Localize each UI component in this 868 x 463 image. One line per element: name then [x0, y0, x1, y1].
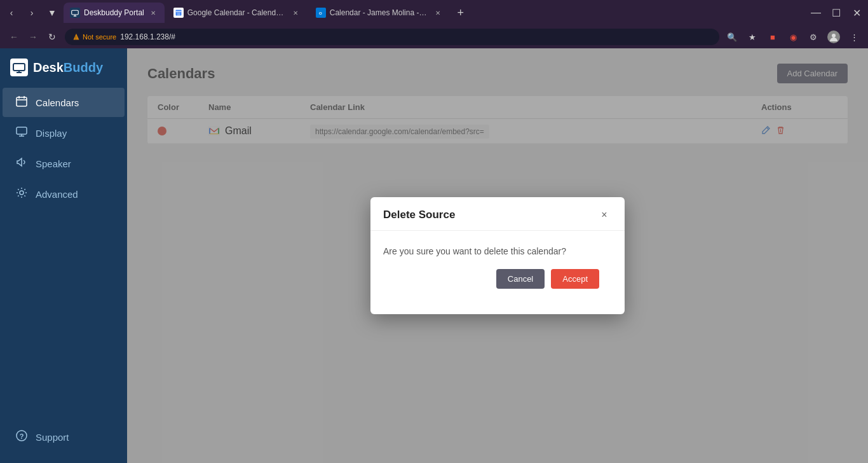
svg-text:!: !: [75, 36, 76, 40]
sidebar-nav: Calendars Display Speaker Advanced: [0, 81, 127, 413]
svg-rect-0: [72, 10, 79, 15]
logo-desk: Desk: [33, 60, 64, 74]
modal-message: Are you sure you want to delete this cal…: [383, 246, 612, 256]
url-text: 192.168.1.238/#: [120, 32, 712, 41]
svg-rect-11: [13, 64, 25, 71]
reload-button[interactable]: ↻: [43, 28, 61, 46]
modal-header: Delete Source ×: [370, 197, 625, 231]
not-secure-indicator: ! Not secure: [72, 33, 116, 41]
calendars-icon: [15, 95, 28, 109]
page-back-button[interactable]: ‹: [3, 4, 20, 22]
cancel-button[interactable]: Cancel: [496, 269, 545, 289]
svg-rect-4: [175, 11, 181, 12]
modal-title: Delete Source: [383, 209, 455, 221]
svg-text:31: 31: [177, 13, 180, 16]
sidebar-item-advanced[interactable]: Advanced: [3, 179, 125, 209]
page-forward-button[interactable]: ›: [23, 4, 41, 22]
tab-google-calendar-close[interactable]: ✕: [290, 8, 301, 18]
extensions-puzzle-button[interactable]: ⚙: [804, 28, 822, 46]
address-input-wrap[interactable]: ! Not secure 192.168.1.238/#: [65, 29, 719, 45]
logo-icon: [10, 59, 28, 76]
tab-google-calendar-icon: 31: [173, 8, 184, 18]
logo-text: DeskBuddy: [33, 60, 103, 75]
sidebar-item-display[interactable]: Display: [3, 118, 125, 148]
tab-google-calendar[interactable]: 31 Google Calendar - Calendar se... ✕: [167, 3, 307, 23]
extensions-button[interactable]: ■: [764, 28, 782, 46]
nav-controls: ← → ↻: [5, 28, 61, 46]
svg-rect-14: [17, 97, 27, 106]
tab-deskbuddy[interactable]: Deskbuddy Portal ✕: [64, 3, 165, 23]
tab-deskbuddy-close[interactable]: ✕: [148, 8, 158, 18]
svg-text:O: O: [319, 11, 322, 15]
new-tab-button[interactable]: +: [452, 4, 470, 22]
modal-footer: Cancel Accept: [383, 269, 612, 301]
svg-text:?: ?: [20, 432, 24, 440]
svg-point-21: [20, 191, 24, 195]
main-content: Calendars Add Calendar Color Name Calend…: [127, 48, 868, 463]
recent-tabs-button[interactable]: ▼: [43, 4, 61, 22]
bookmark-button[interactable]: ★: [743, 28, 761, 46]
menu-button[interactable]: ⋮: [845, 28, 863, 46]
profile-button[interactable]: [825, 28, 843, 46]
tab-outlook-title: Calendar - James Molina - Outl...: [330, 8, 429, 17]
modal-body: Are you sure you want to delete this cal…: [370, 231, 625, 314]
browser-chrome: ‹ › ▼ Deskbuddy Portal ✕ 31 Google Calen…: [0, 0, 868, 48]
advanced-icon: [15, 187, 28, 201]
sidebar-item-display-label: Display: [36, 128, 67, 139]
sidebar-item-calendars-label: Calendars: [36, 97, 79, 108]
tab-outlook-icon: O: [316, 8, 326, 18]
tab-deskbuddy-title: Deskbuddy Portal: [84, 8, 144, 17]
tab-bar-left: ‹ › ▼ Deskbuddy Portal ✕ 31 Google Calen…: [3, 3, 470, 23]
sidebar-item-speaker-label: Speaker: [36, 158, 71, 169]
maximize-button[interactable]: ☐: [827, 4, 845, 22]
sidebar-item-speaker[interactable]: Speaker: [3, 149, 125, 178]
svg-point-10: [832, 34, 836, 38]
tab-outlook-calendar[interactable]: O Calendar - James Molina - Outl... ✕: [309, 3, 449, 23]
tab-bar: ‹ › ▼ Deskbuddy Portal ✕ 31 Google Calen…: [0, 0, 868, 25]
logo-buddy: Buddy: [64, 60, 103, 74]
tab-google-calendar-title: Google Calendar - Calendar se...: [187, 8, 287, 17]
adblock-button[interactable]: ◉: [784, 28, 802, 46]
sidebar-item-advanced-label: Advanced: [36, 189, 78, 200]
sidebar: DeskBuddy Calendars Display Speake: [0, 48, 127, 463]
browser-actions: 🔍 ★ ■ ◉ ⚙ ⋮: [723, 28, 863, 46]
modal-overlay: Delete Source × Are you sure you want to…: [127, 48, 868, 463]
tab-outlook-close[interactable]: ✕: [433, 8, 443, 18]
display-icon: [15, 126, 28, 140]
minimize-button[interactable]: —: [807, 4, 825, 22]
sidebar-item-support-label: Support: [36, 432, 69, 443]
modal-close-button[interactable]: ×: [597, 207, 612, 223]
sidebar-item-support[interactable]: ? Support: [3, 422, 125, 452]
accept-button[interactable]: Accept: [551, 269, 599, 289]
support-icon: ?: [15, 430, 28, 444]
sidebar-bottom: ? Support: [0, 413, 127, 463]
speaker-icon: [15, 156, 28, 170]
window-controls: — ☐ ✕: [807, 4, 865, 22]
sidebar-item-calendars[interactable]: Calendars: [3, 88, 125, 117]
svg-rect-18: [17, 127, 27, 134]
close-window-button[interactable]: ✕: [848, 4, 865, 22]
forward-button[interactable]: →: [24, 28, 42, 46]
sidebar-logo: DeskBuddy: [0, 48, 127, 81]
app-container: DeskBuddy Calendars Display Speake: [0, 48, 868, 463]
back-button[interactable]: ←: [5, 28, 23, 46]
tab-deskbuddy-icon: [70, 8, 80, 18]
address-bar: ← → ↻ ! Not secure 192.168.1.238/# 🔍 ★ ■…: [0, 25, 868, 48]
delete-modal: Delete Source × Are you sure you want to…: [370, 197, 625, 314]
search-button[interactable]: 🔍: [723, 28, 741, 46]
